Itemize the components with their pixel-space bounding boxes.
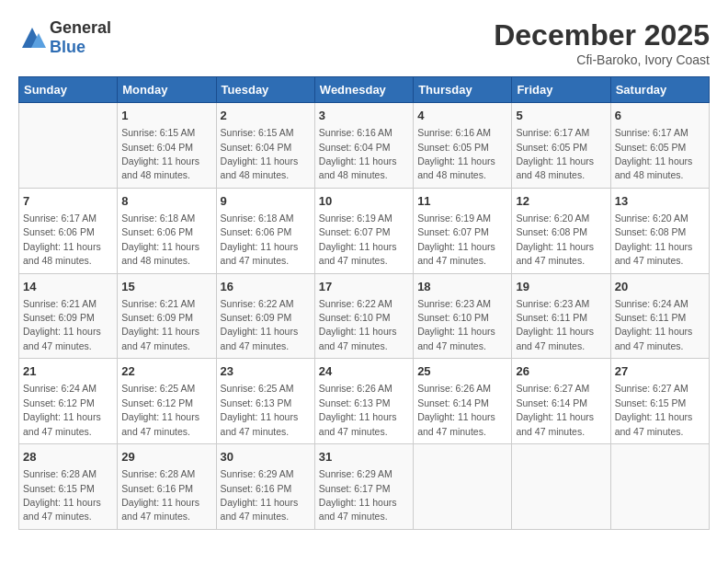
header-day-tuesday: Tuesday (216, 77, 314, 103)
day-number: 17 (319, 279, 409, 295)
calendar-cell: 22Sunrise: 6:25 AM Sunset: 6:12 PM Dayli… (118, 359, 216, 444)
day-info: Sunrise: 6:27 AM Sunset: 6:15 PM Dayligh… (615, 383, 693, 436)
day-info: Sunrise: 6:24 AM Sunset: 6:11 PM Dayligh… (615, 298, 693, 351)
calendar-cell: 31Sunrise: 6:29 AM Sunset: 6:17 PM Dayli… (314, 444, 413, 530)
day-number: 28 (23, 449, 113, 465)
calendar-cell: 8Sunrise: 6:18 AM Sunset: 6:06 PM Daylig… (118, 188, 216, 273)
day-info: Sunrise: 6:23 AM Sunset: 6:10 PM Dayligh… (417, 298, 495, 351)
header-day-wednesday: Wednesday (314, 77, 413, 103)
day-number: 31 (319, 449, 409, 465)
calendar-cell: 29Sunrise: 6:28 AM Sunset: 6:16 PM Dayli… (118, 444, 216, 530)
calendar-cell: 26Sunrise: 6:27 AM Sunset: 6:14 PM Dayli… (512, 359, 610, 444)
header-day-sunday: Sunday (19, 77, 118, 103)
day-number: 21 (23, 363, 113, 380)
day-number: 16 (221, 279, 311, 295)
calendar-cell: 12Sunrise: 6:20 AM Sunset: 6:08 PM Dayli… (512, 188, 610, 273)
calendar-cell (414, 444, 512, 530)
day-info: Sunrise: 6:22 AM Sunset: 6:09 PM Dayligh… (221, 298, 299, 351)
calendar-cell: 6Sunrise: 6:17 AM Sunset: 6:05 PM Daylig… (610, 103, 709, 189)
logo-icon (18, 24, 46, 52)
day-info: Sunrise: 6:15 AM Sunset: 6:04 PM Dayligh… (121, 127, 199, 180)
calendar-cell: 24Sunrise: 6:26 AM Sunset: 6:13 PM Dayli… (314, 359, 413, 444)
header-day-thursday: Thursday (414, 77, 512, 103)
day-number: 20 (615, 279, 705, 295)
day-info: Sunrise: 6:16 AM Sunset: 6:04 PM Dayligh… (319, 127, 397, 180)
day-info: Sunrise: 6:17 AM Sunset: 6:05 PM Dayligh… (615, 127, 693, 180)
day-number: 13 (615, 193, 705, 210)
calendar-cell (19, 103, 118, 189)
week-row-3: 14Sunrise: 6:21 AM Sunset: 6:09 PM Dayli… (19, 273, 710, 359)
day-info: Sunrise: 6:17 AM Sunset: 6:06 PM Dayligh… (23, 213, 101, 266)
calendar-cell: 2Sunrise: 6:15 AM Sunset: 6:04 PM Daylig… (216, 103, 314, 189)
day-info: Sunrise: 6:25 AM Sunset: 6:12 PM Dayligh… (121, 383, 199, 436)
calendar-cell: 14Sunrise: 6:21 AM Sunset: 6:09 PM Dayli… (19, 273, 118, 359)
week-row-2: 7Sunrise: 6:17 AM Sunset: 6:06 PM Daylig… (19, 188, 710, 273)
calendar-cell: 9Sunrise: 6:18 AM Sunset: 6:06 PM Daylig… (216, 188, 314, 273)
day-info: Sunrise: 6:26 AM Sunset: 6:13 PM Dayligh… (319, 383, 397, 436)
day-number: 4 (417, 108, 507, 124)
calendar-body: 1Sunrise: 6:15 AM Sunset: 6:04 PM Daylig… (19, 103, 710, 530)
day-info: Sunrise: 6:18 AM Sunset: 6:06 PM Dayligh… (221, 213, 299, 266)
calendar-cell: 23Sunrise: 6:25 AM Sunset: 6:13 PM Dayli… (216, 359, 314, 444)
calendar-cell: 10Sunrise: 6:19 AM Sunset: 6:07 PM Dayli… (314, 188, 413, 273)
day-number: 7 (23, 193, 113, 210)
calendar-cell: 18Sunrise: 6:23 AM Sunset: 6:10 PM Dayli… (414, 273, 512, 359)
day-info: Sunrise: 6:15 AM Sunset: 6:04 PM Dayligh… (221, 127, 299, 180)
day-number: 27 (615, 363, 705, 380)
calendar-cell: 17Sunrise: 6:22 AM Sunset: 6:10 PM Dayli… (314, 273, 413, 359)
day-info: Sunrise: 6:19 AM Sunset: 6:07 PM Dayligh… (417, 213, 495, 266)
day-number: 9 (221, 193, 311, 210)
day-info: Sunrise: 6:21 AM Sunset: 6:09 PM Dayligh… (23, 298, 101, 351)
day-number: 11 (417, 193, 507, 210)
calendar-table: SundayMondayTuesdayWednesdayThursdayFrid… (18, 76, 710, 530)
logo-text: General Blue (50, 18, 111, 57)
day-info: Sunrise: 6:25 AM Sunset: 6:13 PM Dayligh… (221, 383, 299, 436)
calendar-cell: 13Sunrise: 6:20 AM Sunset: 6:08 PM Dayli… (610, 188, 709, 273)
day-number: 1 (121, 108, 211, 124)
week-row-5: 28Sunrise: 6:28 AM Sunset: 6:15 PM Dayli… (19, 444, 710, 530)
calendar-cell: 30Sunrise: 6:29 AM Sunset: 6:16 PM Dayli… (216, 444, 314, 530)
day-info: Sunrise: 6:28 AM Sunset: 6:16 PM Dayligh… (121, 468, 199, 522)
day-number: 8 (121, 193, 211, 210)
day-info: Sunrise: 6:27 AM Sunset: 6:14 PM Dayligh… (516, 383, 594, 436)
day-number: 23 (221, 363, 311, 380)
calendar-cell: 1Sunrise: 6:15 AM Sunset: 6:04 PM Daylig… (118, 103, 216, 189)
header-day-monday: Monday (118, 77, 216, 103)
calendar-cell (610, 444, 709, 530)
calendar-cell: 25Sunrise: 6:26 AM Sunset: 6:14 PM Dayli… (414, 359, 512, 444)
location-subtitle: Cfi-Baroko, Ivory Coast (494, 52, 710, 67)
day-number: 25 (417, 363, 507, 380)
header-day-friday: Friday (512, 77, 610, 103)
calendar-cell: 11Sunrise: 6:19 AM Sunset: 6:07 PM Dayli… (414, 188, 512, 273)
day-info: Sunrise: 6:23 AM Sunset: 6:11 PM Dayligh… (516, 298, 594, 351)
day-number: 26 (516, 363, 606, 380)
calendar-header: SundayMondayTuesdayWednesdayThursdayFrid… (19, 77, 710, 103)
day-info: Sunrise: 6:19 AM Sunset: 6:07 PM Dayligh… (319, 213, 397, 266)
day-info: Sunrise: 6:28 AM Sunset: 6:15 PM Dayligh… (23, 468, 101, 522)
header-row: SundayMondayTuesdayWednesdayThursdayFrid… (19, 77, 710, 103)
day-info: Sunrise: 6:21 AM Sunset: 6:09 PM Dayligh… (121, 298, 199, 351)
day-info: Sunrise: 6:18 AM Sunset: 6:06 PM Dayligh… (121, 213, 199, 266)
page-header: General Blue December 2025 Cfi-Baroko, I… (18, 18, 710, 67)
calendar-cell: 27Sunrise: 6:27 AM Sunset: 6:15 PM Dayli… (610, 359, 709, 444)
header-day-saturday: Saturday (610, 77, 709, 103)
day-number: 30 (221, 449, 311, 465)
calendar-cell: 19Sunrise: 6:23 AM Sunset: 6:11 PM Dayli… (512, 273, 610, 359)
day-number: 19 (516, 279, 606, 295)
logo: General Blue (18, 18, 111, 57)
calendar-cell: 4Sunrise: 6:16 AM Sunset: 6:05 PM Daylig… (414, 103, 512, 189)
calendar-cell: 16Sunrise: 6:22 AM Sunset: 6:09 PM Dayli… (216, 273, 314, 359)
week-row-4: 21Sunrise: 6:24 AM Sunset: 6:12 PM Dayli… (19, 359, 710, 444)
day-info: Sunrise: 6:20 AM Sunset: 6:08 PM Dayligh… (615, 213, 693, 266)
day-number: 10 (319, 193, 409, 210)
calendar-cell: 5Sunrise: 6:17 AM Sunset: 6:05 PM Daylig… (512, 103, 610, 189)
calendar-cell: 7Sunrise: 6:17 AM Sunset: 6:06 PM Daylig… (19, 188, 118, 273)
calendar-cell: 21Sunrise: 6:24 AM Sunset: 6:12 PM Dayli… (19, 359, 118, 444)
day-info: Sunrise: 6:17 AM Sunset: 6:05 PM Dayligh… (516, 127, 594, 180)
calendar-cell: 28Sunrise: 6:28 AM Sunset: 6:15 PM Dayli… (19, 444, 118, 530)
day-number: 5 (516, 108, 606, 124)
day-info: Sunrise: 6:26 AM Sunset: 6:14 PM Dayligh… (417, 383, 495, 436)
day-info: Sunrise: 6:29 AM Sunset: 6:17 PM Dayligh… (319, 468, 397, 522)
day-number: 3 (319, 108, 409, 124)
title-block: December 2025 Cfi-Baroko, Ivory Coast (494, 18, 710, 67)
